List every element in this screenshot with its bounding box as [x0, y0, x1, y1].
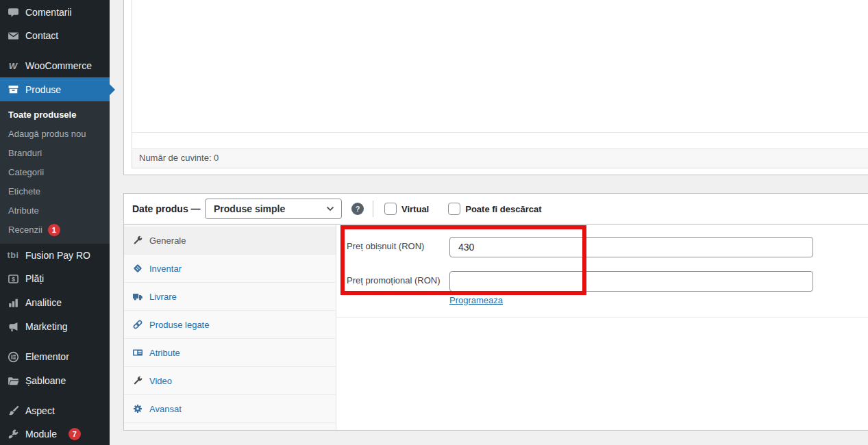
product-data-tabs: Generale Inventar Livrare [124, 225, 336, 430]
header-divider [373, 201, 373, 217]
submenu-label: Adaugă produs nou [8, 125, 86, 144]
submenu-item-adauga-produs-nou[interactable]: Adaugă produs nou [0, 125, 110, 144]
editor-statusbar [132, 132, 868, 149]
submenu-item-toate-produsele[interactable]: Toate produsele [0, 105, 110, 125]
sidebar-item-woocommerce[interactable]: W WooCommerce [0, 54, 110, 77]
submenu-item-etichete[interactable]: Etichete [0, 182, 110, 201]
tbi-logo-icon: tbi [7, 249, 19, 262]
elementor-icon [7, 351, 19, 363]
tab-atribute[interactable]: Atribute [124, 339, 336, 367]
link-icon [132, 319, 143, 331]
tab-avansat[interactable]: Avansat [124, 395, 336, 423]
product-data-body: Generale Inventar Livrare [124, 225, 868, 430]
tab-video[interactable]: Video [124, 367, 336, 395]
payments-icon: $ [7, 272, 19, 285]
mail-icon [7, 29, 19, 42]
admin-content-area: Număr de cuvinte: 0 Date produs — Produs… [110, 0, 868, 445]
sidebar-item-aspect[interactable]: Aspect [0, 399, 110, 422]
wordpress-admin-screen: Număr de cuvinte: 0 Date produs — Produs… [0, 0, 868, 445]
sidebar-item-analitice[interactable]: Analitice [0, 291, 110, 314]
regular-price-label: Preț obișnuit (RON) [347, 241, 424, 252]
wrench-icon [132, 235, 143, 246]
plugin-count-badge: 7 [69, 428, 81, 440]
megaphone-icon [7, 320, 19, 333]
sidebar-item-label: Plăți [25, 273, 44, 284]
general-tab-panel: Preț obișnuit (RON) Preț promoțional (RO… [336, 225, 868, 430]
analytics-bars-icon [7, 296, 19, 309]
gear-icon [132, 403, 143, 415]
truck-icon [132, 291, 143, 303]
sidebar-item-label: WooCommerce [25, 60, 92, 71]
paintbrush-icon [7, 405, 19, 417]
wrench-icon [132, 375, 143, 387]
products-box-icon [7, 84, 19, 96]
folder-icon [7, 374, 19, 387]
sidebar-item-fusion-pay[interactable]: tbi Fusion Pay RO [0, 244, 110, 267]
tab-generale[interactable]: Generale [124, 227, 336, 255]
tab-label: Produse legate [149, 320, 209, 330]
tab-label: Generale [149, 236, 186, 246]
produse-submenu: Toate produsele Adaugă produs nou Brandu… [0, 101, 110, 244]
current-menu-arrow [110, 84, 115, 95]
sidebar-item-comentarii[interactable]: Comentarii [0, 1, 110, 24]
metabox-title: Date produs — [132, 203, 205, 214]
submenu-label: Etichete [8, 182, 40, 201]
submenu-item-branduri[interactable]: Branduri [0, 144, 110, 163]
sidebar-item-label: Contact [25, 30, 58, 41]
tab-inventar[interactable]: Inventar [124, 255, 336, 283]
sidebar-item-sabloane[interactable]: Șabloane [0, 369, 110, 392]
sidebar-item-label: Comentarii [25, 7, 72, 18]
sidebar-item-label: Fusion Pay RO [25, 250, 90, 261]
sidebar-item-contact[interactable]: Contact [0, 24, 110, 47]
submenu-label: Categorii [8, 163, 44, 182]
product-type-select[interactable]: Produse simple [205, 199, 342, 219]
schedule-link[interactable]: Programeaza [449, 295, 503, 305]
sidebar-item-label: Șabloane [25, 375, 66, 386]
submenu-label: Recenzii [8, 220, 42, 240]
description-editor-box: Număr de cuvinte: 0 [123, 0, 868, 175]
review-count-badge: 1 [48, 224, 60, 236]
word-count-label: Număr de cuvinte: 0 [132, 149, 868, 168]
sidebar-item-plati[interactable]: $ Plăți [0, 267, 110, 290]
editor-canvas[interactable] [132, 0, 868, 132]
inventory-tag-icon [132, 263, 143, 275]
submenu-item-recenzii[interactable]: Recenzii 1 [0, 220, 110, 240]
admin-sidebar-menu: Comentarii Contact W WooCommerce Produse… [0, 0, 110, 445]
sidebar-item-label: Aspect [25, 405, 55, 416]
submenu-label: Branduri [8, 144, 42, 163]
submenu-label: Atribute [8, 201, 39, 220]
tab-livrare[interactable]: Livrare [124, 283, 336, 311]
tab-label: Atribute [149, 348, 180, 358]
tab-produse-legate[interactable]: Produse legate [124, 311, 336, 339]
downloadable-checkbox[interactable] [448, 203, 460, 215]
submenu-item-atribute[interactable]: Atribute [0, 201, 110, 220]
submenu-label: Toate produsele [8, 105, 76, 125]
svg-text:$: $ [11, 275, 14, 282]
product-data-metabox: Date produs — Produse simple ? Virtual P… [123, 193, 868, 431]
sidebar-item-label: Analitice [25, 297, 62, 308]
sidebar-item-label: Marketing [25, 321, 67, 332]
virtual-checkbox[interactable] [384, 203, 397, 215]
woocommerce-icon: W [7, 60, 19, 72]
attributes-panel-icon [132, 347, 143, 359]
chevron-down-icon [326, 206, 334, 212]
sidebar-item-marketing[interactable]: Marketing [0, 315, 110, 338]
sidebar-item-label: Module [25, 429, 57, 440]
virtual-checkbox-label[interactable]: Virtual [401, 204, 429, 214]
downloadable-checkbox-label[interactable]: Poate fi descărcat [465, 204, 541, 214]
sidebar-item-module[interactable]: Module 7 [0, 422, 110, 445]
product-data-header: Date produs — Produse simple ? Virtual P… [124, 194, 868, 225]
help-icon[interactable]: ? [351, 203, 364, 215]
sidebar-item-elementor[interactable]: Elementor [0, 345, 110, 368]
sidebar-item-produse[interactable]: Produse [0, 77, 110, 101]
plugin-icon [7, 428, 19, 440]
sidebar-item-label: Elementor [25, 351, 69, 362]
product-type-value: Produse simple [214, 203, 285, 214]
regular-price-input[interactable] [449, 237, 813, 257]
submenu-item-categorii[interactable]: Categorii [0, 163, 110, 182]
tab-label: Livrare [149, 292, 177, 302]
editor-inner-frame: Număr de cuvinte: 0 [132, 0, 868, 168]
pricing-separator [336, 317, 868, 318]
tab-label: Inventar [149, 264, 182, 274]
sale-price-input[interactable] [449, 271, 813, 292]
